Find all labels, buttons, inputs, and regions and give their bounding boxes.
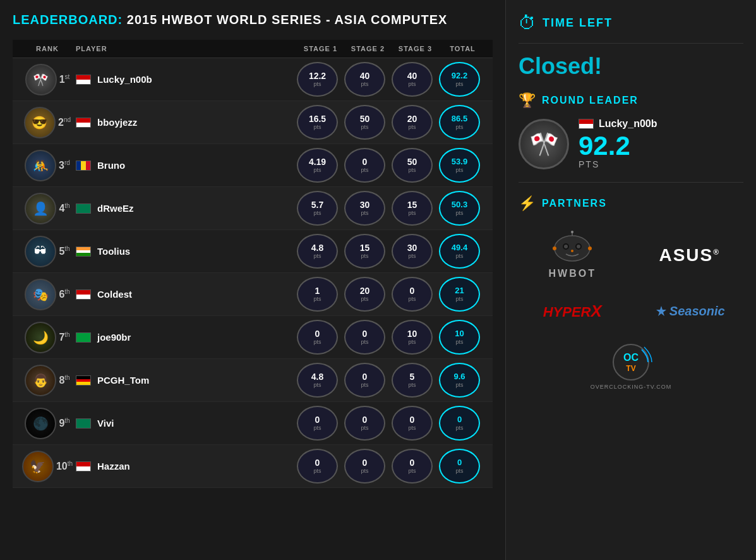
total-pts: pts	[455, 167, 463, 173]
stage1-pts: pts	[313, 339, 321, 345]
stage2-pts: pts	[361, 81, 368, 87]
stage2-val: 30	[360, 200, 370, 210]
round-leader-header: 🏆 ROUND LEADER	[519, 92, 743, 109]
player-name: Bruno	[97, 160, 125, 171]
avatar: 🦅	[22, 451, 54, 482]
rank-suffix: rd	[64, 159, 70, 166]
stage3-val: 0	[410, 458, 415, 468]
stage3-bubble: 0 pts	[392, 449, 433, 484]
player-flag	[76, 161, 91, 171]
svg-point-0	[555, 236, 590, 261]
stage3-score: 40 pts	[392, 62, 439, 97]
table-row: 😎 2nd bboyjezz 16.5 pts 50 pts 20	[13, 101, 493, 144]
col-stage3-header: STAGE 3	[392, 45, 439, 52]
rank-display: 5th	[59, 245, 69, 257]
leader-info: Lucky_n00b 92.2 PTS	[579, 118, 743, 169]
player-info: dRweEz	[76, 203, 297, 214]
svg-point-9	[571, 231, 573, 233]
leaderboard-event-title: 2015 HWBOT WORLD SERIES - ASIA COMPUTEX	[127, 13, 448, 27]
stage2-val: 0	[363, 372, 368, 382]
rank-display: 9th	[59, 417, 69, 429]
stage1-val: 0	[315, 458, 320, 468]
stage2-score: 50 pts	[344, 105, 392, 140]
col-total-header: TOTAL	[439, 45, 486, 52]
total-bubble: 49.4 pts	[439, 234, 480, 269]
player-flag	[76, 332, 91, 343]
leaderboard-title: LEADERBOARD: 2015 HWBOT WORLD SERIES - A…	[13, 13, 493, 27]
stage3-score: 15 pts	[392, 191, 439, 226]
player-info: Hazzan	[76, 461, 297, 472]
stage1-bubble: 4.19 pts	[297, 148, 338, 183]
player-name: Lucky_n00b	[97, 74, 152, 85]
rank-display: 8th	[59, 374, 69, 386]
stage2-pts: pts	[361, 124, 368, 130]
stage2-pts: pts	[361, 296, 368, 302]
stage1-val: 4.8	[311, 243, 323, 253]
rank-number: 7	[59, 332, 64, 343]
avatar: 👤	[25, 193, 56, 224]
stage1-pts: pts	[313, 425, 321, 431]
hyperx-text: HYPERX	[543, 301, 602, 321]
svg-point-4	[577, 245, 580, 248]
table-row: 🎭 6th Coldest 1 pts 20 pts 0 pts	[13, 273, 493, 316]
stage2-pts: pts	[361, 253, 368, 259]
rank-area: 🌙 7th	[19, 322, 76, 353]
rank-area: 🎌 1st	[19, 64, 76, 95]
rank-suffix: th	[68, 460, 73, 467]
stage1-bubble: 0 pts	[297, 320, 338, 355]
rank-number: 10	[56, 461, 68, 472]
total-bubble: 86.5 pts	[439, 105, 480, 140]
stage3-pts: pts	[408, 210, 416, 216]
total-score: 0 pts	[439, 406, 486, 441]
stage1-val: 0	[315, 415, 320, 425]
stage1-score: 0 pts	[297, 406, 344, 441]
stage3-score: 0 pts	[392, 449, 439, 484]
stage1-pts: pts	[313, 382, 321, 388]
stage2-score: 0 pts	[344, 148, 392, 183]
stage2-pts: pts	[361, 468, 368, 474]
stage2-score: 30 pts	[344, 191, 392, 226]
stage1-score: 5.7 pts	[297, 191, 344, 226]
player-flag	[76, 75, 91, 85]
total-score: 92.2 pts	[439, 62, 486, 97]
stage1-pts: pts	[313, 253, 321, 259]
total-pts: pts	[455, 382, 463, 388]
stage3-bubble: 5 pts	[392, 363, 433, 398]
rank-area: 🌑 9th	[19, 408, 76, 439]
round-leader-section: 🏆 ROUND LEADER 🎌 Lucky_n00b 92.2 PTS	[519, 92, 743, 183]
stage2-val: 15	[360, 243, 370, 253]
stage1-val: 16.5	[309, 114, 326, 124]
svg-point-7	[588, 247, 592, 250]
player-name: Coldest	[97, 289, 132, 300]
stage1-score: 0 pts	[297, 449, 344, 484]
stage2-bubble: 40 pts	[344, 62, 385, 97]
total-bubble: 21 pts	[439, 277, 480, 312]
rank-number: 6	[59, 289, 64, 300]
right-panel: ⏱ TIME LEFT Closed! 🏆 ROUND LEADER 🎌 Luc…	[505, 0, 756, 560]
col-stage1-header: STAGE 1	[297, 45, 344, 52]
total-val: 0	[457, 415, 462, 424]
stage3-val: 0	[410, 286, 415, 296]
rank-suffix: th	[64, 331, 69, 338]
stage2-score: 0 pts	[344, 449, 392, 484]
stage3-score: 5 pts	[392, 363, 439, 398]
stage3-bubble: 20 pts	[392, 105, 433, 140]
total-score: 86.5 pts	[439, 105, 486, 140]
rank-number: 9	[59, 418, 64, 429]
stage3-pts: pts	[408, 339, 416, 345]
stage2-pts: pts	[361, 210, 368, 216]
total-bubble: 53.9 pts	[439, 148, 480, 183]
stage1-bubble: 0 pts	[297, 449, 338, 484]
player-name: Toolius	[97, 246, 130, 257]
stage1-score: 1 pts	[297, 277, 344, 312]
stage1-bubble: 0 pts	[297, 406, 338, 441]
total-score: 50.3 pts	[439, 191, 486, 226]
stage3-val: 0	[410, 415, 415, 425]
rank-suffix: st	[65, 73, 70, 80]
rank-number: 2	[58, 117, 64, 128]
bolt-icon: ⚡	[519, 195, 536, 212]
leader-avatar: 🎌	[519, 119, 569, 169]
avatar: 🎌	[25, 64, 57, 95]
stage3-val: 5	[410, 372, 415, 382]
stage1-score: 4.8 pts	[297, 363, 344, 398]
